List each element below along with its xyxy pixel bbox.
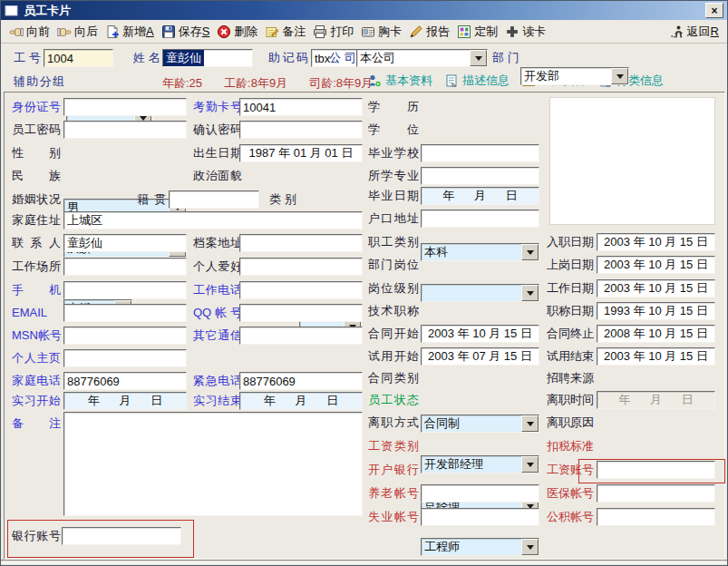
return-button[interactable]: 返回R [666, 22, 723, 42]
note-button[interactable]: 备注 [261, 22, 309, 42]
home-address[interactable]: 上城区 [63, 211, 363, 229]
read-card-button[interactable]: 读卡 [501, 22, 549, 42]
technical-title-dropdown-button[interactable] [521, 539, 539, 555]
save-icon [161, 24, 176, 39]
department[interactable]: 开发部 [520, 67, 629, 85]
contract-start[interactable]: 2003 年 10 月 15 日 [421, 325, 539, 343]
customize-button[interactable]: 定制 [453, 22, 501, 42]
resignation-time-value: 年 月 日 [597, 392, 714, 408]
save-button[interactable]: 保存S [158, 22, 214, 42]
probation-start[interactable]: 2003 年 07 月 15 日 [421, 347, 539, 366]
chevron-down-icon [616, 74, 624, 83]
title-date-value: 1993 年 10 月 15 日 [597, 303, 714, 319]
registered-address[interactable] [421, 210, 539, 228]
homepage[interactable] [63, 349, 187, 367]
probation-end-value: 2003 年 10 月 15 日 [597, 348, 714, 365]
name[interactable]: 童彭仙 [162, 49, 253, 67]
department-position[interactable]: 开发部经理 [421, 455, 539, 473]
unemployment-account[interactable] [421, 508, 539, 526]
emergency-phone[interactable]: 88776069 [239, 372, 363, 390]
stat-2: 司龄:8年9月 [309, 75, 373, 92]
other-contact[interactable] [239, 327, 363, 345]
internship-start[interactable]: 年 月 日 [63, 392, 187, 410]
close-button[interactable]: × [705, 3, 723, 18]
work-date[interactable]: 2003 年 10 月 15 日 [597, 279, 715, 298]
department-position-dropdown-button[interactable] [521, 456, 539, 473]
graduation-date[interactable]: 年 月 日 [421, 187, 539, 205]
department-dropdown-button[interactable] [611, 68, 628, 84]
delete-icon [217, 24, 231, 39]
chevron-down-icon [527, 291, 534, 299]
hobbies[interactable] [239, 258, 363, 276]
attendance-card-value: 10041 [240, 101, 278, 114]
tab-description-info[interactable]: 描述信息 [444, 73, 510, 89]
company[interactable]: 本公司 [356, 49, 488, 67]
add-button[interactable]: 新增A [102, 22, 158, 42]
medical-account[interactable] [597, 484, 715, 503]
title-date[interactable]: 1993 年 10 月 15 日 [597, 302, 715, 320]
mobile[interactable] [63, 281, 187, 299]
home-address-value: 上城区 [64, 212, 105, 229]
workplace[interactable] [63, 258, 187, 276]
exit-person-icon [670, 24, 684, 39]
title-bar: 员工卡片 × [1, 1, 727, 20]
id-number[interactable] [63, 98, 187, 116]
attendance-card[interactable]: 10041 [239, 98, 363, 116]
department-value: 开发部 [521, 68, 562, 84]
employee-category[interactable]: 合同制 [421, 415, 539, 433]
pension-account[interactable] [421, 484, 539, 503]
probation-end[interactable]: 2003 年 10 月 15 日 [597, 347, 715, 366]
native-place[interactable] [169, 190, 259, 209]
hire-date[interactable]: 2003 年 10 月 15 日 [597, 233, 715, 251]
employee-password[interactable] [63, 121, 187, 139]
app-icon [5, 4, 19, 18]
new-doc-icon [105, 24, 120, 39]
nav-next-button[interactable]: 向后 [53, 22, 102, 42]
birth-date[interactable]: 1987 年 01 月 01 日 [239, 144, 363, 162]
age-tenure-stats: 年龄:25工龄:8年9月司龄:8年9月 [162, 75, 373, 92]
report-button[interactable]: 报告 [405, 22, 453, 42]
technical-title[interactable]: 工程师 [421, 538, 539, 556]
employee-category-dropdown-button[interactable] [521, 415, 539, 432]
employee-card-window: 员工卡片 × 向前向后新增A保存S删除备注打印胸卡报告定制读卡 返回R 年龄:2… [0, 0, 728, 566]
resignation-time: 年 月 日 [597, 391, 715, 409]
fund-account[interactable] [597, 508, 715, 526]
major[interactable] [421, 167, 539, 185]
nav-prev-button-label: 向前 [26, 24, 50, 40]
degree[interactable] [421, 284, 539, 302]
report-icon [409, 24, 423, 39]
hire-date-value: 2003 年 10 月 15 日 [597, 234, 714, 250]
confirm-password[interactable] [239, 121, 363, 139]
graduate-school[interactable] [421, 144, 539, 162]
badge-button[interactable]: 胸卡 [357, 22, 405, 42]
mnemonic-value: tbx [312, 52, 333, 65]
work-phone[interactable] [239, 281, 363, 299]
delete-button[interactable]: 删除 [213, 22, 261, 42]
toolbar-right: 返回R [666, 22, 723, 42]
contact-person[interactable]: 童彭仙 [63, 234, 187, 252]
technical-title-value: 工程师 [422, 539, 462, 555]
annotation-box-salary-account [578, 459, 725, 483]
tab-basic-info[interactable]: 基本资料 [367, 73, 432, 89]
email[interactable] [63, 304, 187, 322]
msn[interactable] [63, 327, 187, 345]
archive-address[interactable] [239, 234, 363, 252]
post-date-value: 2003 年 10 月 15 日 [597, 257, 714, 273]
education[interactable]: 本科 [421, 243, 539, 261]
post-date[interactable]: 2003 年 10 月 15 日 [597, 256, 715, 274]
degree-dropdown-button[interactable] [521, 285, 539, 301]
internship-end[interactable]: 年 月 日 [239, 392, 363, 410]
print-button[interactable]: 打印 [309, 22, 357, 42]
name-value: 童彭仙 [163, 50, 204, 66]
contract-end[interactable]: 2008 年 10 月 15 日 [597, 325, 715, 343]
internship-start-value: 年 月 日 [64, 393, 186, 409]
remarks[interactable] [63, 412, 363, 516]
home-phone[interactable]: 88776069 [63, 372, 187, 390]
company-dropdown-button[interactable] [470, 50, 487, 66]
nav-prev-button[interactable]: 向前 [5, 22, 53, 42]
education-dropdown-button[interactable] [521, 244, 539, 260]
hand-right-icon [57, 24, 72, 39]
toolbar: 向前向后新增A保存S删除备注打印胸卡报告定制读卡 返回R [1, 20, 727, 44]
qq[interactable] [239, 304, 363, 322]
employee-no[interactable]: 1004 [44, 49, 113, 67]
